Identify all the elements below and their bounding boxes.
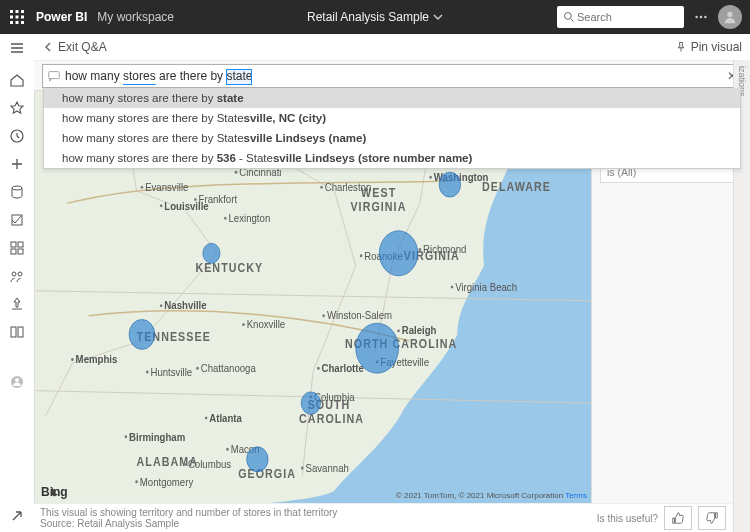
svg-text:Winston-Salem: Winston-Salem (327, 310, 392, 322)
create-icon[interactable] (9, 156, 25, 172)
workspace-name[interactable]: My workspace (97, 10, 174, 24)
svg-point-11 (700, 16, 702, 18)
svg-point-26 (15, 378, 19, 382)
svg-point-81 (71, 358, 74, 361)
shared-icon[interactable] (9, 268, 25, 284)
suggestion-row[interactable]: how many stores are there by state (44, 88, 740, 108)
feedback-question: Is this useful? (597, 513, 658, 524)
favorite-icon[interactable] (9, 100, 25, 116)
learn-icon[interactable] (9, 324, 25, 340)
svg-point-83 (146, 370, 149, 373)
brand-label: Power BI (36, 10, 87, 24)
chevron-down-icon (433, 12, 443, 22)
svg-rect-2 (21, 10, 24, 13)
exit-qna-button[interactable]: Exit Q&A (42, 40, 107, 54)
svg-rect-18 (18, 242, 23, 247)
suggestion-dropdown: how many stores are there by state how m… (43, 88, 741, 169)
svg-rect-7 (16, 21, 19, 24)
report-name: Retail Analysis Sample (307, 10, 429, 24)
search-input[interactable] (575, 10, 651, 24)
svg-rect-8 (21, 21, 24, 24)
terms-link[interactable]: Terms (565, 491, 587, 500)
qna-input-bar[interactable]: how many stores are there by state ✕ how… (42, 64, 742, 88)
svg-point-21 (12, 272, 16, 276)
svg-text:Evansville: Evansville (145, 181, 188, 193)
svg-point-114 (247, 447, 268, 472)
svg-text:Columbus: Columbus (188, 458, 231, 470)
apps-icon[interactable] (9, 240, 25, 256)
svg-text:Birmingham: Birmingham (129, 431, 185, 443)
getdata-icon[interactable] (9, 508, 25, 524)
svg-rect-3 (10, 16, 13, 19)
svg-point-77 (322, 314, 325, 317)
deploy-icon[interactable] (9, 296, 25, 312)
person-icon (723, 10, 737, 24)
svg-text:Richmond: Richmond (423, 244, 466, 256)
svg-point-12 (704, 16, 706, 18)
svg-point-113 (301, 392, 320, 414)
home-icon[interactable] (9, 72, 25, 88)
user-avatar[interactable] (718, 5, 742, 29)
thumbs-up-button[interactable] (664, 506, 692, 530)
chevron-left-icon (42, 41, 54, 53)
map-copyright: © 2021 TomTom, © 2021 Microsoft Corporat… (396, 491, 587, 500)
pin-icon (675, 41, 687, 53)
svg-point-91 (397, 329, 400, 332)
svg-text:Charleston: Charleston (325, 181, 372, 193)
pin-visual-label: Pin visual (691, 40, 742, 54)
svg-text:DELAWARE: DELAWARE (482, 179, 551, 193)
svg-point-63 (160, 204, 163, 207)
thumbs-up-icon (671, 511, 685, 525)
svg-text:Chattanooga: Chattanooga (201, 362, 256, 374)
ask-icon (47, 69, 61, 83)
thumbs-down-button[interactable] (698, 506, 726, 530)
recent-icon[interactable] (9, 128, 25, 144)
svg-point-65 (320, 186, 323, 189)
svg-point-95 (205, 417, 208, 420)
svg-point-105 (226, 448, 229, 451)
svg-rect-1 (16, 10, 19, 13)
svg-point-9 (565, 13, 572, 20)
pin-visual-button[interactable]: Pin visual (675, 40, 742, 54)
svg-text:VIRGINIA: VIRGINIA (350, 199, 406, 213)
suggestion-row[interactable]: how many stores are there by Statesville… (44, 128, 740, 148)
svg-text:Savannah: Savannah (306, 462, 349, 474)
report-dropdown[interactable]: Retail Analysis Sample (307, 10, 443, 24)
svg-point-75 (451, 286, 454, 289)
svg-point-79 (242, 323, 245, 326)
svg-point-85 (196, 367, 199, 370)
svg-point-22 (18, 272, 22, 276)
svg-point-109 (379, 231, 417, 276)
goals-icon[interactable] (9, 212, 25, 228)
datasets-icon[interactable] (9, 184, 25, 200)
svg-point-103 (183, 463, 186, 466)
suggestion-row[interactable]: how many stores are there by 536 - State… (44, 148, 740, 168)
svg-text:Montgomery: Montgomery (140, 476, 194, 488)
svg-point-93 (125, 435, 128, 438)
svg-point-10 (695, 16, 697, 18)
more-icon[interactable] (694, 10, 708, 24)
app-launcher-button[interactable] (0, 10, 34, 24)
svg-text:Charlotte: Charlotte (322, 362, 364, 374)
search-box[interactable] (557, 6, 684, 28)
svg-text:Virginia Beach: Virginia Beach (455, 281, 517, 293)
svg-rect-20 (18, 249, 23, 254)
qna-footer: This visual is showing territory and num… (34, 503, 732, 532)
suggestion-row[interactable]: how many stores are there by Statesville… (44, 108, 740, 128)
svg-point-110 (203, 243, 220, 263)
svg-point-73 (141, 186, 144, 189)
thumbs-down-icon (705, 511, 719, 525)
svg-rect-4 (16, 16, 19, 19)
qna-text: how many stores are there by state (65, 69, 252, 83)
svg-point-61 (224, 217, 227, 220)
bing-icon (41, 485, 68, 499)
qna-page: Exit Q&A Pin visual how many stores are … (34, 34, 750, 532)
svg-text:Raleigh: Raleigh (402, 325, 437, 337)
workspaces-icon[interactable] (9, 374, 25, 390)
svg-point-71 (160, 304, 163, 307)
svg-point-49 (235, 171, 238, 174)
svg-point-87 (317, 367, 320, 370)
menu-icon[interactable] (9, 40, 25, 56)
svg-point-101 (301, 467, 304, 470)
svg-text:Lexington: Lexington (229, 212, 271, 224)
